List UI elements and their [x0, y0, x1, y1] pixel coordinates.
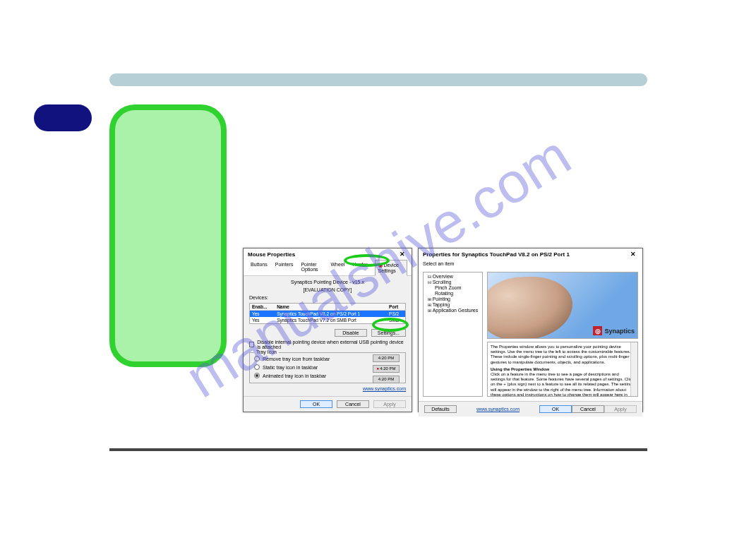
- info-paragraph-2: Click on a feature in the menu tree to s…: [491, 372, 635, 397]
- settings-button[interactable]: Settings...: [371, 329, 406, 337]
- tab-pointer-options[interactable]: Pointer Options: [298, 260, 325, 275]
- tray-icon-group: Tray Icon Remove tray icon from taskbar …: [249, 352, 406, 383]
- radio-icon: [254, 364, 260, 370]
- tree-item-tapping[interactable]: Tapping: [425, 302, 481, 308]
- tray-group-title: Tray Icon: [254, 349, 279, 354]
- scrollbar[interactable]: [630, 342, 637, 396]
- table-row[interactable]: Yes Synaptics TouchPad V7.2 on SMB Port …: [250, 317, 406, 324]
- tab-strip: Buttons Pointers Pointer Options Wheel H…: [244, 260, 412, 276]
- dialog-footer: Defaults www.synaptics.com OK Cancel App…: [419, 401, 642, 417]
- right-pane: ◎ Synaptics The Properties window allows…: [487, 272, 638, 397]
- tree-item-pointing[interactable]: Pointing: [425, 297, 481, 302]
- tree-item-rotating[interactable]: Rotating: [425, 291, 481, 297]
- apply-button: Apply: [373, 400, 406, 408]
- dialog-footer: OK Cancel Apply: [244, 396, 412, 412]
- finger-graphic: [487, 277, 572, 339]
- tab-buttons[interactable]: Buttons: [248, 260, 270, 275]
- usb-disable-label: Disable internal pointing device when ex…: [257, 340, 406, 349]
- col-port: Port: [387, 304, 405, 311]
- info-box: The Properties window allows you to pers…: [487, 342, 638, 397]
- dialog-title: Mouse Properties: [248, 251, 295, 258]
- synaptics-link[interactable]: www.synaptics.com: [363, 386, 406, 391]
- dialog-titlebar: Mouse Properties ✕: [244, 248, 412, 260]
- close-icon[interactable]: ✕: [397, 251, 407, 258]
- info-paragraph-1: The Properties window allows you to pers…: [491, 345, 635, 365]
- tray-time-2: 4:20 PM: [373, 365, 400, 373]
- tab-device-settings[interactable]: ◉ Device Settings: [375, 260, 407, 276]
- devices-label: Devices:: [249, 295, 406, 300]
- dialog-body: Synaptics Pointing Device - v15.x [EVALU…: [244, 276, 412, 396]
- col-name: Name: [275, 304, 387, 311]
- ok-button[interactable]: OK: [300, 400, 332, 408]
- tree-item-app-gestures[interactable]: Application Gestures: [425, 308, 481, 313]
- synaptics-logo: ◎ Synaptics: [593, 326, 635, 335]
- select-item-label: Select an item: [419, 260, 642, 268]
- close-icon[interactable]: ✕: [628, 251, 638, 258]
- dialog-title: Properties for Synaptics TouchPad V8.2 o…: [423, 251, 570, 258]
- bottom-divider: [109, 448, 647, 451]
- synaptics-logo-icon: ◎: [593, 326, 602, 335]
- synaptics-logo-text: Synaptics: [604, 328, 635, 335]
- page-number-pill: [34, 104, 92, 131]
- defaults-button[interactable]: Defaults: [424, 405, 457, 413]
- cancel-button[interactable]: Cancel: [572, 405, 604, 413]
- cancel-button[interactable]: Cancel: [337, 400, 369, 408]
- tray-time-3: 4:20 PM: [373, 376, 400, 383]
- feature-tree[interactable]: Overview Scrolling Pinch Zoom Rotating P…: [423, 272, 483, 397]
- driver-heading: Synaptics Pointing Device - v15.x: [249, 280, 406, 285]
- synaptics-tab-icon: ◉: [378, 263, 383, 268]
- tray-time-column: 4:20 PM 4:20 PM 4:20 PM: [373, 354, 400, 383]
- tree-item-pinch-zoom[interactable]: Pinch Zoom: [425, 285, 481, 291]
- col-enabled: Enab...: [250, 304, 275, 311]
- radio-icon: [254, 356, 260, 361]
- ok-button[interactable]: OK: [539, 405, 572, 413]
- touchpad-properties-dialog: Properties for Synaptics TouchPad V8.2 o…: [418, 248, 643, 412]
- green-sidebar-box: [109, 104, 227, 367]
- dialog-titlebar: Properties for Synaptics TouchPad V8.2 o…: [419, 248, 642, 260]
- top-separator-bar: [109, 73, 647, 86]
- radio-icon: [254, 373, 260, 378]
- tab-wheel[interactable]: Wheel: [328, 260, 348, 275]
- disable-button[interactable]: Disable: [335, 329, 367, 337]
- eval-copy-label: [EVALUATION COPY]: [249, 287, 406, 292]
- table-header: Enab... Name Port: [250, 304, 406, 311]
- table-row[interactable]: Yes Synaptics TouchPad V8.2 on PS/2 Port…: [250, 311, 406, 318]
- tab-pointers[interactable]: Pointers: [272, 260, 296, 275]
- usb-disable-checkbox[interactable]: Disable internal pointing device when ex…: [249, 340, 406, 349]
- mouse-properties-dialog: Mouse Properties ✕ Buttons Pointers Poin…: [243, 248, 412, 412]
- device-button-row: Disable Settings...: [249, 329, 406, 337]
- preview-image: ◎ Synaptics: [487, 272, 638, 339]
- tree-item-scrolling[interactable]: Scrolling: [425, 280, 481, 285]
- checkbox-icon: [249, 342, 254, 347]
- apply-button: Apply: [604, 405, 637, 413]
- synaptics-link[interactable]: www.synaptics.com: [476, 407, 520, 412]
- tray-time-1: 4:20 PM: [373, 354, 400, 362]
- tab-hardware[interactable]: Hardw▸: [349, 260, 372, 275]
- dialog-body: Overview Scrolling Pinch Zoom Rotating P…: [419, 268, 642, 401]
- info-heading: Using the Properties Window: [491, 367, 635, 372]
- devices-table[interactable]: Enab... Name Port Yes Synaptics TouchPad…: [249, 303, 406, 324]
- tree-item-overview[interactable]: Overview: [425, 274, 481, 280]
